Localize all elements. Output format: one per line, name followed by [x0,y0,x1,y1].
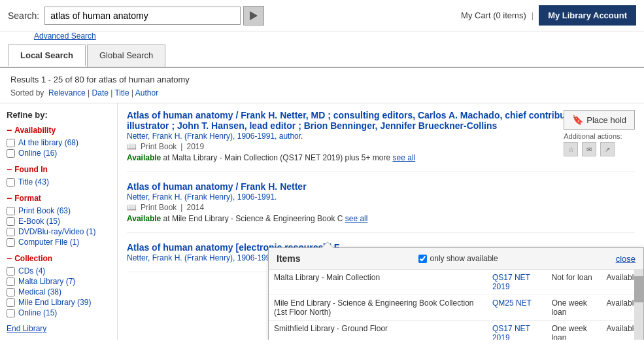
tab-local-search[interactable]: Local Search [8,45,86,67]
mile-end-link[interactable]: Mile End Library (39) [18,298,91,307]
online-link[interactable]: Online (16) [18,149,57,158]
collapse-collection-icon[interactable]: − [7,253,12,264]
place-hold-button[interactable]: 🔖 Place hold [564,110,635,130]
popup-library-3: Smithfield Library - Ground Floor [269,321,487,340]
result-divider-1: | [180,142,182,151]
cds-link[interactable]: CDs (4) [18,266,45,276]
popup-scrollbar[interactable] [634,270,643,340]
book-icon-2: 📖 [127,203,137,212]
collection-label: Collection [14,254,52,263]
only-show-available-label[interactable]: only show available [418,254,498,263]
result-item-1: Atlas of human anatomy / Frank H. Netter… [127,110,635,172]
popup-title: Items [277,253,301,264]
sort-relevance[interactable]: Relevance [48,88,86,98]
checkbox-dvd[interactable] [7,228,15,236]
print-book-link[interactable]: Print Book (63) [18,206,71,215]
checkbox-print-book[interactable] [7,207,15,215]
action-icon-share[interactable]: ↗ [600,142,615,156]
computer-file-link[interactable]: Computer File (1) [18,238,79,247]
refine-section-collection: − Collection CDs (4) Malta Library (7) M… [7,253,110,317]
results-area: 🔖 Place hold Additional actions: ☆ ✉ ↗ A… [118,103,644,340]
popup-loan-2: One week loan [547,295,602,321]
call-num-link-2[interactable]: QM25 NET [492,298,532,308]
checkbox-at-library[interactable] [7,139,15,147]
result-title-2[interactable]: Atlas of human anatomy / Frank H. Netter [127,181,307,192]
result-avail-2: Available at Mile End Library - Science … [127,214,635,223]
checkbox-title[interactable] [7,178,15,187]
sort-date[interactable]: Date [92,88,109,98]
popup-header: Items only show available close [269,248,643,270]
header-right: My Cart (0 items) | My Library Account [461,5,636,26]
bookmark-icon: 🔖 [572,115,583,125]
my-cart[interactable]: My Cart (0 items) [461,10,526,20]
header: Search: My Cart (0 items) | My Library A… [0,0,644,31]
malta-library-link[interactable]: Malta Library (7) [18,277,75,286]
popup-row-1: Malta Library - Main Collection QS17 NET… [269,270,643,295]
only-show-available-checkbox[interactable] [418,255,427,263]
refine-item: E-Book (15) [7,217,110,226]
checkbox-medical[interactable] [7,288,15,296]
at-library-link[interactable]: At the library (68) [18,138,78,147]
collapse-format-icon[interactable]: − [7,193,12,204]
ebook-link[interactable]: E-Book (15) [18,217,60,226]
advanced-search-link[interactable]: Advanced Search [0,31,644,43]
section-header-found-in: − Found In [7,164,110,175]
place-hold-area: 🔖 Place hold Additional actions: ☆ ✉ ↗ [564,110,635,156]
online-collection-link[interactable]: Online (15) [18,308,57,317]
section-header-collection: − Collection [7,253,110,264]
collapse-availability-icon[interactable]: − [7,125,12,135]
additional-actions-label: Additional actions: [564,132,622,140]
checkbox-malta-library[interactable] [7,277,15,286]
dvd-link[interactable]: DVD/Blu-ray/Video (1) [18,227,96,236]
result-item-2: Atlas of human anatomy / Frank H. Netter… [127,181,635,233]
result-type-2: Print Book [141,203,177,212]
popup-close-button[interactable]: close [616,254,636,264]
popup-caret-inner [322,242,333,248]
main: Refine by: − Availability At the library… [0,103,644,340]
my-library-button[interactable]: My Library Account [539,5,636,26]
results-bar: Results 1 - 25 of 80 for atlas of human … [0,68,644,87]
sort-bar: Sorted by Relevance | Date | Title | Aut… [0,87,644,103]
title-link[interactable]: Title (43) [18,177,49,187]
play-icon [250,11,258,20]
see-all-link-1[interactable]: see all [393,153,416,162]
search-input[interactable] [44,7,241,25]
action-icon-star[interactable]: ☆ [564,142,578,156]
end-library-link[interactable]: End Library [7,324,110,333]
result-divider-2: | [180,203,182,212]
checkbox-mile-end[interactable] [7,298,15,307]
result-type-1: Print Book [141,142,177,151]
result-author-2[interactable]: Netter, Frank H. (Frank Henry), 1906-199… [127,192,277,202]
popup-loan-1: Not for loan [547,270,602,295]
avail-detail-1: at Malta Library - Main Collection (QS17… [163,153,393,162]
popup-caret [321,242,334,248]
sort-author[interactable]: Author [135,88,158,98]
medical-link[interactable]: Medical (38) [18,287,61,296]
search-button[interactable] [243,6,264,26]
checkbox-computer-file[interactable] [7,238,15,247]
result-year-2: 2014 [186,203,204,212]
checkbox-cds[interactable] [7,267,15,276]
sort-title[interactable]: Title [114,88,129,98]
popup-scroll-thumb[interactable] [634,276,643,302]
call-num-link-3[interactable]: QS17 NET 2019 [492,324,530,340]
search-label: Search: [8,10,39,21]
availability-label: Availability [14,126,56,135]
checkbox-online[interactable] [7,149,15,158]
result-title-1[interactable]: Atlas of human anatomy / Frank H. Netter… [127,110,619,131]
refine-item: DVD/Blu-ray/Video (1) [7,227,110,236]
result-avail-1: Available at Malta Library - Main Collec… [127,153,635,162]
result-author-1[interactable]: Netter, Frank H. (Frank Henry), 1906-199… [127,132,303,141]
checkbox-online-collection[interactable] [7,309,15,317]
tab-global-search[interactable]: Global Search [87,45,165,67]
found-in-label: Found In [14,165,48,174]
checkbox-ebook[interactable] [7,217,15,226]
action-icon-email[interactable]: ✉ [582,142,596,156]
only-show-available-text: only show available [430,254,498,263]
collapse-found-in-icon[interactable]: − [7,164,12,175]
separator: | [532,10,534,20]
refine-item: Online (15) [7,308,110,317]
call-num-link-1[interactable]: QS17 NET 2019 [492,273,530,291]
see-all-link-2[interactable]: see all [345,214,368,223]
refine-item: Malta Library (7) [7,277,110,286]
